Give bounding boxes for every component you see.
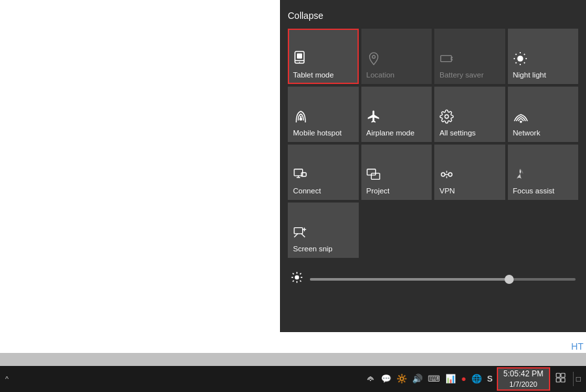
brightness-icon <box>290 271 303 287</box>
tile-empty-3 <box>508 203 579 258</box>
airplane-mode-icon <box>367 109 381 126</box>
brightness-row <box>288 266 578 292</box>
tile-battery-saver-label: Battery saver <box>440 71 484 80</box>
svg-rect-50 <box>561 378 565 382</box>
location-icon <box>367 51 381 68</box>
brightness-tray-icon[interactable]: 🔆 <box>395 372 409 385</box>
tile-vpn[interactable]: VPN <box>434 145 505 200</box>
system-tray: 💬 🔆 🔊 ⌨ 📊 ● 🌐 S <box>363 371 495 386</box>
taskbar-left: ^ <box>3 374 11 384</box>
tile-project[interactable]: Project <box>361 145 432 200</box>
desktop-ht-label: HT <box>571 341 586 352</box>
red-dot-tray-icon[interactable]: ● <box>459 372 468 385</box>
focus-assist-icon <box>513 167 527 184</box>
tile-mobile-hotspot[interactable]: Mobile hotspot <box>288 87 359 142</box>
show-desktop-button[interactable]: □ <box>573 372 583 386</box>
s-tray-icon[interactable]: S <box>485 372 495 385</box>
brightness-thumb <box>505 275 514 284</box>
tile-focus-assist-label: Focus assist <box>513 187 555 196</box>
svg-line-40 <box>293 273 294 275</box>
tile-all-settings-label: All settings <box>440 129 476 138</box>
tile-network[interactable]: Network <box>508 87 579 142</box>
tile-mobile-hotspot-label: Mobile hotspot <box>293 129 342 138</box>
svg-point-4 <box>372 55 375 59</box>
svg-rect-48 <box>561 373 565 377</box>
chat-tray-icon[interactable]: 💬 <box>379 372 393 385</box>
tile-focus-assist[interactable]: Focus assist <box>508 145 579 200</box>
svg-line-41 <box>300 281 301 282</box>
svg-rect-47 <box>556 373 560 377</box>
task-manager-tray-icon[interactable]: 📊 <box>443 372 458 385</box>
taskbar: ^ 💬 🔆 🔊 ⌨ 📊 ● 🌐 <box>0 366 586 392</box>
svg-point-46 <box>370 380 371 382</box>
collapse-button[interactable]: Collapse <box>288 10 578 21</box>
tile-project-label: Project <box>367 187 390 196</box>
desktop: HT Collapse Tablet mode <box>0 0 586 353</box>
tile-screen-snip[interactable]: Screen snip <box>288 203 359 258</box>
tile-empty-2 <box>434 203 505 258</box>
tile-airplane-mode-label: Airplane mode <box>367 129 415 138</box>
tile-tablet-mode-label: Tablet mode <box>293 71 334 80</box>
brightness-fill <box>310 278 509 281</box>
svg-rect-5 <box>441 56 452 62</box>
svg-point-9 <box>517 56 523 62</box>
tile-battery-saver[interactable]: Battery saver <box>434 29 505 84</box>
tile-network-label: Network <box>513 129 540 138</box>
clock-time: 5:05:42 PM <box>501 369 546 380</box>
svg-line-16 <box>515 63 516 63</box>
svg-point-19 <box>445 115 449 119</box>
battery-saver-icon <box>440 51 454 68</box>
all-settings-icon <box>440 109 454 126</box>
tile-location-label: Location <box>367 71 395 80</box>
tile-screen-snip-label: Screen snip <box>293 245 333 254</box>
night-light-icon <box>513 51 527 68</box>
tile-night-light[interactable]: Night light <box>508 29 579 84</box>
tile-vpn-label: VPN <box>440 187 455 196</box>
clock-date: 1/7/2020 <box>501 380 546 389</box>
svg-point-3 <box>299 62 300 63</box>
clock-area[interactable]: 5:05:42 PM 1/7/2020 <box>497 368 550 390</box>
tile-night-light-label: Night light <box>513 71 546 80</box>
connect-icon <box>293 167 307 184</box>
svg-line-45 <box>300 273 301 275</box>
svg-point-37 <box>295 275 300 280</box>
svg-rect-34 <box>294 228 303 234</box>
mobile-hotspot-icon <box>293 109 309 126</box>
tiles-grid: Tablet mode Location <box>288 29 578 258</box>
svg-rect-49 <box>556 378 560 382</box>
svg-line-12 <box>515 54 516 55</box>
tablet-mode-icon <box>293 50 309 68</box>
tile-connect[interactable]: Connect <box>288 145 359 200</box>
svg-line-44 <box>293 281 294 282</box>
web-tray-icon[interactable]: 🌐 <box>469 372 484 385</box>
action-center-panel: Collapse Tablet mode <box>280 0 586 332</box>
svg-point-30 <box>449 173 453 176</box>
tile-empty-1 <box>361 203 432 258</box>
svg-line-13 <box>523 63 524 63</box>
tile-connect-label: Connect <box>293 187 321 196</box>
keyboard-tray-icon[interactable]: ⌨ <box>426 372 442 385</box>
show-hidden-icons-button[interactable]: ^ <box>3 374 11 384</box>
svg-line-17 <box>523 54 524 55</box>
taskbar-right: 💬 🔆 🔊 ⌨ 📊 ● 🌐 S 5:05:42 PM 1/7/2020 <box>363 368 583 390</box>
vpn-icon <box>440 167 454 184</box>
tile-location[interactable]: Location <box>361 29 432 84</box>
svg-rect-2 <box>297 53 302 59</box>
network-tray-icon[interactable] <box>363 371 378 386</box>
svg-point-18 <box>300 119 302 120</box>
network-icon <box>513 109 529 126</box>
tile-airplane-mode[interactable]: Airplane mode <box>361 87 432 142</box>
svg-point-20 <box>520 120 522 123</box>
tile-all-settings[interactable]: All settings <box>434 87 505 142</box>
screen-snip-icon <box>293 225 307 242</box>
volume-tray-icon[interactable]: 🔊 <box>410 372 425 385</box>
project-icon <box>367 167 381 184</box>
svg-point-29 <box>441 173 445 176</box>
brightness-slider[interactable] <box>310 278 576 281</box>
notification-center-button[interactable] <box>552 371 569 387</box>
tile-tablet-mode[interactable]: Tablet mode <box>288 29 359 84</box>
